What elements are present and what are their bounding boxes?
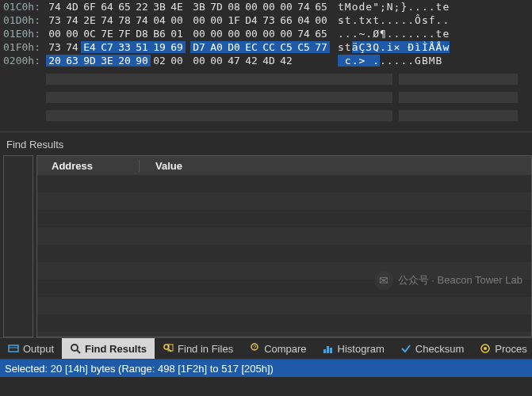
byte[interactable]: 90 [133,55,151,67]
results-table[interactable]: Address Value [36,155,532,337]
hex-row[interactable]: 01C0h:744D6F6465223B4E3B7D080000007465tM… [3,0,529,13]
byte[interactable]: B6 [151,28,168,40]
byte[interactable]: 2E [81,14,98,26]
byte[interactable]: 00 [208,28,225,40]
byte[interactable]: 74 [46,1,63,13]
byte[interactable]: 47 [225,55,243,67]
byte[interactable]: 00 [243,1,260,13]
byte[interactable]: 74 [63,14,81,26]
ascii[interactable]: ...~.Ø¶.......te [338,28,450,40]
byte[interactable]: 69 [168,41,186,53]
results-header[interactable]: Address Value [37,156,531,175]
byte[interactable]: E4 [81,41,98,53]
byte[interactable]: C5 [295,41,312,53]
byte[interactable]: 1F [225,14,243,26]
byte[interactable]: 00 [63,28,81,40]
tab-histogram[interactable]: Histogram [315,338,392,359]
byte[interactable]: 74 [295,28,312,40]
byte[interactable]: 7E [98,28,116,40]
byte[interactable]: 63 [63,55,81,67]
byte[interactable]: 00 [243,28,260,40]
bottom-tab-bar[interactable]: Output Find Results Find in Files ? Comp… [0,337,532,360]
byte[interactable]: 42 [277,55,295,67]
byte[interactable]: 74 [98,14,116,26]
column-value[interactable]: Value [140,160,531,172]
byte[interactable]: A0 [208,41,225,53]
hex-row[interactable]: 01E0h:00000C7E7FD8B6010000000000007465..… [3,27,529,40]
byte[interactable]: 00 [190,14,208,26]
hex-view[interactable]: 01C0h:744D6F6465223B4E3B7D080000007465tM… [0,0,532,67]
byte[interactable]: 3B [151,1,168,13]
tab-checksum[interactable]: Checksum [392,338,472,359]
byte[interactable]: 00 [168,55,186,67]
byte[interactable]: 00 [208,55,225,67]
ascii[interactable]: c.> ......GBMB [338,55,442,67]
byte[interactable]: 73 [46,14,63,26]
byte[interactable]: 00 [260,28,277,40]
byte[interactable]: D7 [190,41,208,53]
bytes[interactable]: 7374E4C733511969D7A0D0ECCCC5C577 [46,41,330,53]
byte[interactable]: 4D [63,1,81,13]
byte[interactable]: 00 [225,28,243,40]
byte[interactable]: 20 [116,55,133,67]
tab-process[interactable]: Proces [472,338,532,359]
byte[interactable]: 00 [208,14,225,26]
byte[interactable]: 78 [116,14,133,26]
tab-find-results[interactable]: Find Results [62,338,155,359]
hex-row[interactable]: 01D0h:73742E747874040000001FD473660400st… [3,13,529,27]
byte[interactable]: 22 [133,1,151,13]
byte[interactable]: 73 [260,14,277,26]
byte[interactable]: 3B [190,1,208,13]
byte[interactable]: C5 [277,41,295,53]
hex-row[interactable]: 0200h:20639D3E20900200000047424D42 c.> .… [3,54,529,67]
ascii[interactable]: tMode";N;}....te [338,1,450,13]
byte[interactable]: 00 [277,28,295,40]
byte[interactable]: 6F [81,1,98,13]
byte[interactable]: 00 [277,1,295,13]
byte[interactable]: 66 [277,14,295,26]
byte[interactable]: 00 [190,28,208,40]
byte[interactable]: D8 [133,28,151,40]
bytes[interactable]: 73742E747874040000001FD473660400 [46,14,330,26]
byte[interactable]: 08 [225,1,243,13]
byte[interactable]: 01 [168,28,186,40]
bytes[interactable]: 744D6F6465223B4E3B7D080000007465 [46,1,330,13]
byte[interactable]: 7D [208,1,225,13]
byte[interactable]: 9D [81,55,98,67]
column-address[interactable]: Address [37,160,140,172]
byte[interactable]: C7 [98,41,116,53]
byte[interactable]: 04 [295,14,312,26]
byte[interactable]: 65 [312,28,330,40]
byte[interactable]: CC [260,41,277,53]
byte[interactable]: 65 [116,1,133,13]
ascii[interactable]: st.txt.....Ôsf.. [338,14,450,26]
byte[interactable]: 00 [168,14,186,26]
byte[interactable]: 00 [312,14,330,26]
ascii[interactable]: stäÇ3Q.i× ÐìÌÅÅw [338,41,450,53]
tab-output[interactable]: Output [0,338,62,359]
byte[interactable]: 65 [312,1,330,13]
byte[interactable] [295,55,312,67]
byte[interactable]: 00 [260,1,277,13]
byte[interactable]: 77 [312,41,330,53]
bytes[interactable]: 20639D3E20900200000047424D42 [46,55,330,67]
byte[interactable]: 0C [81,28,98,40]
byte[interactable]: 42 [243,55,260,67]
byte[interactable]: 73 [46,41,63,53]
byte[interactable]: 51 [133,41,151,53]
byte[interactable] [312,55,330,67]
tab-compare[interactable]: ? Compare [241,338,314,359]
byte[interactable]: 33 [116,41,133,53]
results-gutter[interactable] [3,155,33,337]
byte[interactable]: 00 [46,28,63,40]
byte[interactable]: 7F [116,28,133,40]
byte[interactable]: 74 [133,14,151,26]
byte[interactable]: D4 [243,14,260,26]
hex-row[interactable]: 01F0h:7374E4C733511969D7A0D0ECCCC5C577st… [3,40,529,54]
byte[interactable]: 00 [190,55,208,67]
byte[interactable]: 3E [98,55,116,67]
byte[interactable]: D0 [225,41,243,53]
byte[interactable]: EC [243,41,260,53]
byte[interactable]: 64 [98,1,116,13]
byte[interactable]: 4D [260,55,277,67]
